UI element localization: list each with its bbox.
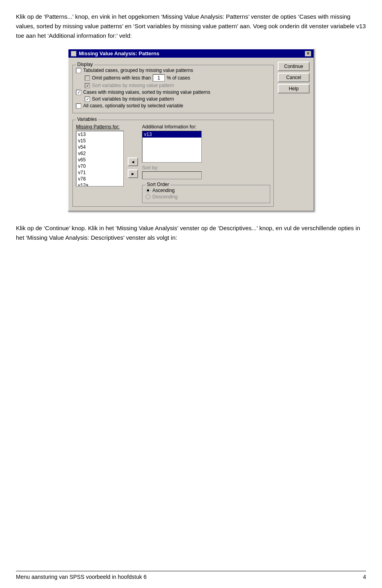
tabulated-checkbox[interactable] [76,68,81,73]
cases-missing-checkbox[interactable] [76,90,81,95]
arrow-left-button[interactable]: ◄ [128,157,138,166]
sortby-field[interactable] [142,171,202,179]
tabulated-label: Tabulated cases, grouped by missing valu… [83,68,193,73]
all-cases-row: All cases, optionally sorted by selected… [76,103,270,109]
dialog-wrapper: Missing Value Analysis: Patterns ✕ Displ… [16,49,366,212]
missing-patterns-label: Missing Patterns for: [76,124,124,130]
missing-patterns-listbox[interactable]: v13v15v54v62v65v70v71v78v12av18v20av64 [76,131,124,186]
missing-list-item[interactable]: v78 [76,176,123,182]
missing-list-item[interactable]: v62 [76,150,123,157]
omit-row: Omit patterns with less than 1 % of case… [85,74,270,82]
omit-label: Omit patterns with less than [92,75,151,81]
sort-order-inner: Sort Order Ascending Descending [142,185,270,203]
sort-variables-grayed-label: Sort variables by missing value pattern [92,83,174,88]
additional-info-listbox[interactable]: v13 [142,131,202,163]
descending-row: Descending [146,194,267,200]
all-cases-checkbox[interactable] [76,103,81,109]
missing-patterns-container: Missing Patterns for: v13v15v54v62v65v70… [76,124,124,203]
missing-list-item[interactable]: v54 [76,144,123,150]
missing-list-item[interactable]: v15 [76,138,123,144]
sort-order-title: Sort Order [146,182,170,187]
cases-missing-row: Cases with missing values, sorted by mis… [76,89,270,95]
missing-list-item[interactable]: v70 [76,163,123,169]
dialog-titlebar: Missing Value Analysis: Patterns ✕ [68,49,314,58]
display-groupbox: Display Tabulated cases, grouped by miss… [72,65,274,113]
sortby-section: Sort by: [142,165,270,179]
continue-button[interactable]: Continue [278,62,310,71]
intro-paragraph: Klik op de ‘Patterns...’ knop, en vink i… [16,12,366,41]
sortby-label: Sort by: [142,165,270,171]
cases-sort-row: Sort variables by missing value pattern [85,96,270,102]
descending-radio[interactable] [146,194,150,199]
cases-sort-label: Sort variables by missing value pattern [92,96,174,102]
variables-group-title: Variables [76,116,98,122]
sort-variables-grayed-checkbox[interactable] [85,83,90,88]
omit-value-field[interactable]: 1 [153,74,165,82]
ascending-row: Ascending [146,188,267,193]
close-button[interactable]: ✕ [305,51,311,56]
descending-label: Descending [152,194,177,200]
missing-list-item[interactable]: v65 [76,157,123,163]
arrow-right-button[interactable]: ► [128,169,138,178]
help-button[interactable]: Help [278,84,310,93]
arrow-buttons: ◄ ► [128,132,138,203]
cases-missing-label: Cases with missing values, sorted by mis… [83,89,210,95]
dialog-main: Display Tabulated cases, grouped by miss… [72,62,274,207]
all-cases-label: All cases, optionally sorted by selected… [83,103,183,109]
outro-paragraph: Klik op de ‘Continue’ knop. Klik in het … [16,223,366,243]
additional-info-label: Additional Information for: [142,124,270,130]
variables-section: Missing Patterns for: v13v15v54v62v65v70… [76,124,270,203]
dialog-body: Display Tabulated cases, grouped by miss… [68,58,314,211]
cancel-button[interactable]: Cancel [278,73,310,82]
title-icon [71,51,76,56]
footer-left: Menu aansturing van SPSS voorbeeld in ho… [16,574,146,580]
titlebar-left: Missing Value Analysis: Patterns [71,50,160,56]
omit-checkbox[interactable] [85,76,90,81]
sort-variables-grayed-row: Sort variables by missing value pattern [85,83,270,88]
omit-suffix: % of cases [167,75,190,81]
ascending-radio[interactable] [146,188,150,193]
dialog-title: Missing Value Analysis: Patterns [79,50,160,56]
missing-list-item[interactable]: v71 [76,169,123,176]
additional-container: Additional Information for: v13 Sort by:… [142,124,270,203]
tabulated-row: Tabulated cases, grouped by missing valu… [76,68,270,73]
dialog-buttons: Continue Cancel Help [278,62,310,207]
variables-groupbox: Variables Missing Patterns for: v13v15v5… [72,120,274,207]
additional-list-item[interactable]: v13 [142,131,201,138]
cases-sort-checkbox[interactable] [85,97,90,102]
footer: Menu aansturing van SPSS voorbeeld in ho… [16,571,366,580]
footer-right: 4 [363,574,366,580]
missing-list-item[interactable]: v12a [76,182,123,186]
dialog-window: Missing Value Analysis: Patterns ✕ Displ… [68,49,314,212]
display-group-title: Display [76,62,94,67]
sort-order-groupbox: Sort Order Ascending Descending [142,182,270,203]
ascending-label: Ascending [152,188,175,193]
missing-list-item[interactable]: v13 [76,131,123,138]
